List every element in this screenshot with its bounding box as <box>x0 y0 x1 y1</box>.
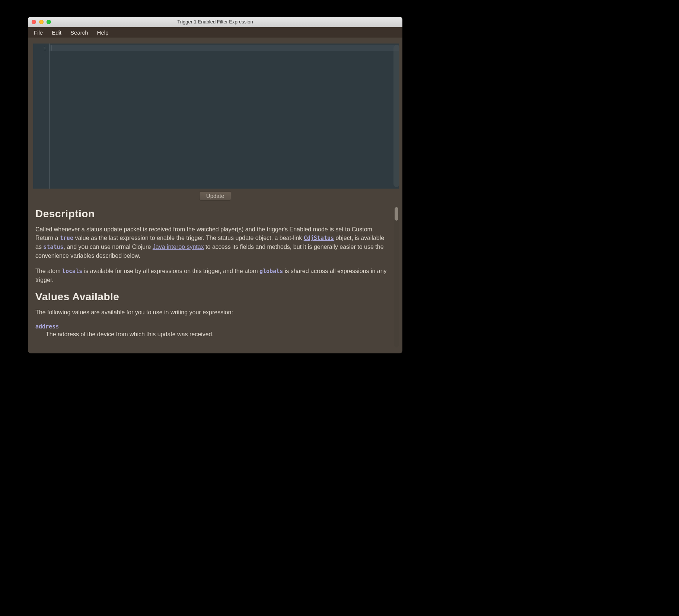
zoom-icon[interactable] <box>47 20 51 24</box>
doc-scrollbar[interactable] <box>394 206 399 347</box>
values-list: address The address of the device from w… <box>35 323 391 339</box>
documentation-panel: Description Called whenever a status upd… <box>33 204 399 350</box>
description-paragraph-2: The atom locals is available for use by … <box>35 267 391 284</box>
link-java-interop[interactable]: Java interop syntax <box>153 244 204 250</box>
heading-description: Description <box>35 208 391 220</box>
editor-gutter: 1 <box>33 44 50 189</box>
menubar: File Edit Search Help <box>28 27 402 38</box>
editor-window: Trigger 1 Enabled Filter Expression File… <box>28 17 402 353</box>
menu-search[interactable]: Search <box>66 28 93 37</box>
code-globals: globals <box>259 268 283 275</box>
text-caret <box>51 45 51 51</box>
window-title: Trigger 1 Enabled Filter Expression <box>28 19 402 25</box>
current-line-highlight <box>50 45 399 51</box>
description-paragraph-1: Called whenever a status update packet i… <box>35 225 391 260</box>
titlebar: Trigger 1 Enabled Filter Expression <box>28 17 402 27</box>
window-controls <box>28 20 51 24</box>
documentation-content: Description Called whenever a status upd… <box>33 208 399 339</box>
code-status: status <box>43 244 63 250</box>
update-button[interactable]: Update <box>199 191 231 200</box>
link-cdjstatus[interactable]: CdjStatus <box>304 235 334 241</box>
code-true: true <box>60 235 73 241</box>
value-name-address: address <box>35 323 391 330</box>
values-intro: The following values are available for y… <box>35 308 391 317</box>
line-number: 1 <box>33 46 46 51</box>
doc-scrollbar-thumb[interactable] <box>395 207 398 221</box>
code-locals: locals <box>62 268 82 275</box>
menu-file[interactable]: File <box>29 28 47 37</box>
minimize-icon[interactable] <box>39 20 44 24</box>
value-desc-address: The address of the device from which thi… <box>46 330 391 339</box>
close-icon[interactable] <box>32 20 36 24</box>
menu-edit[interactable]: Edit <box>47 28 66 37</box>
heading-values: Values Available <box>35 291 391 303</box>
editor-scrollbar[interactable] <box>393 45 399 187</box>
button-row: Update <box>28 189 402 204</box>
editor-textarea[interactable] <box>50 44 399 189</box>
menu-help[interactable]: Help <box>93 28 113 37</box>
code-editor: 1 <box>33 44 399 189</box>
